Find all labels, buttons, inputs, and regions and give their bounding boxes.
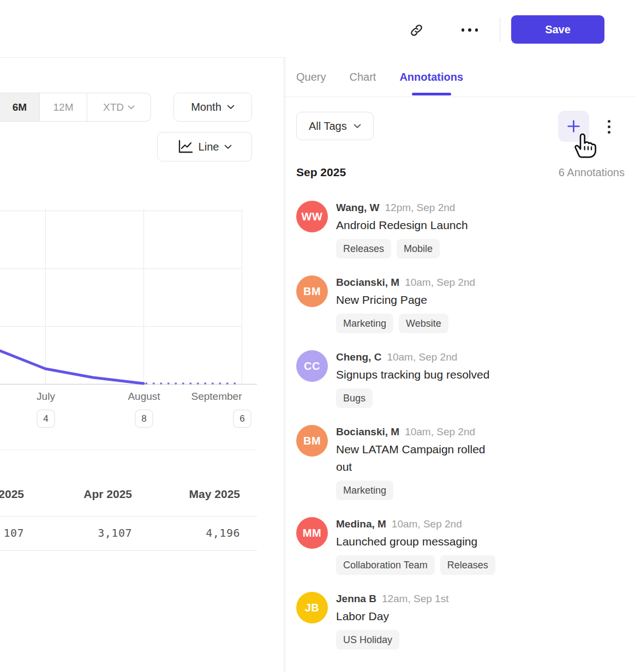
annotation-time: 12am, Sep 1st — [382, 592, 449, 605]
chart-series-observed — [0, 351, 143, 383]
annotation-title: Signups tracking bug resolved — [336, 366, 489, 383]
annotation-tags: US Holiday — [336, 630, 448, 650]
x-axis-label: September — [191, 391, 242, 403]
annotation-title: Launched group messaging — [336, 533, 495, 550]
annotation-item[interactable]: MMMedina, M10am, Sep 2ndLaunched group m… — [296, 517, 635, 575]
annotation-body: Wang, W12pm, Sep 2ndAndroid Redesign Lau… — [336, 201, 468, 259]
annotation-author: Cheng, C — [336, 351, 381, 364]
tag-pill: Releases — [336, 239, 391, 259]
annotation-count-badge[interactable]: 4 — [37, 410, 55, 428]
annotation-author: Bocianski, M — [336, 425, 399, 439]
table-cell-value: 107 — [0, 526, 24, 539]
annotation-body: Cheng, C10am, Sep 2ndSignups tracking bu… — [336, 350, 489, 408]
ellipsis-icon — [462, 28, 478, 32]
table-cell-value: 3,107 — [24, 526, 132, 539]
copy-link-button[interactable] — [403, 17, 429, 43]
annotation-count-badge[interactable]: 6 — [233, 410, 251, 428]
table-divider — [0, 516, 257, 517]
annotations-count: 6 Annotations — [559, 166, 625, 179]
granularity-dropdown[interactable]: Month — [173, 93, 252, 122]
annotation-tags: Bugs — [336, 388, 489, 408]
chart-type-label: Line — [199, 141, 219, 153]
annotation-title: Labor Day — [336, 608, 448, 625]
tab-chart[interactable]: Chart — [349, 57, 376, 97]
add-annotation-button[interactable] — [558, 111, 589, 142]
annotation-body: Jenna B12am, Sep 1stLabor DayUS Holiday — [336, 592, 448, 650]
annotation-author: Wang, W — [336, 201, 380, 214]
annotation-list: WWWang, W12pm, Sep 2ndAndroid Redesign L… — [296, 201, 635, 667]
annotation-body: Medina, M10am, Sep 2ndLaunched group mes… — [336, 517, 495, 575]
range-option-xtd[interactable]: XTD — [87, 93, 151, 121]
avatar: CC — [296, 350, 328, 382]
tag-filter-dropdown[interactable]: All Tags — [296, 112, 374, 140]
tag-pill: Releases — [440, 555, 495, 575]
chart-panel: 6M12MXTD Month Line JulyAugustSeptember4… — [0, 57, 284, 672]
range-option-12m[interactable]: 12M — [40, 93, 87, 121]
avatar: WW — [296, 201, 328, 232]
annotations-panel: QueryChartAnnotations All Tags Sep 2025 … — [285, 57, 635, 672]
tag-pill: Mobile — [397, 239, 440, 259]
kebab-icon — [608, 120, 610, 134]
annotation-time: 10am, Sep 2nd — [392, 518, 462, 531]
chevron-down-icon — [354, 124, 361, 129]
top-bar: Save — [0, 0, 635, 57]
annotation-title: Android Redesign Launch — [336, 217, 468, 234]
link-icon — [409, 23, 424, 38]
range-option-label: 6M — [13, 101, 27, 113]
line-chart-icon — [177, 140, 193, 154]
annotation-item[interactable]: CCCheng, C10am, Sep 2ndSignups tracking … — [296, 350, 635, 408]
table-column-header: May 2025 — [132, 488, 240, 501]
granularity-label: Month — [191, 101, 221, 113]
annotation-item[interactable]: WWWang, W12pm, Sep 2ndAndroid Redesign L… — [296, 201, 635, 259]
table-column-header: Apr 2025 — [24, 488, 132, 501]
plus-icon — [566, 119, 581, 134]
avatar: MM — [296, 517, 328, 549]
annotation-meta: Cheng, C10am, Sep 2nd — [336, 351, 489, 364]
annotation-count-badge[interactable]: 8 — [135, 410, 153, 428]
annotation-body: Bocianski, M10am, Sep 2ndNew LATAM Campa… — [336, 425, 502, 500]
table-divider — [0, 449, 257, 450]
annotation-item[interactable]: BMBocianski, M10am, Sep 2ndNew LATAM Cam… — [296, 425, 635, 500]
avatar: BM — [296, 275, 328, 307]
range-option-6m[interactable]: 6M — [0, 93, 40, 121]
annotation-tags: Collaboration TeamReleases — [336, 555, 495, 575]
tag-pill: Collaboration Team — [336, 555, 435, 575]
more-options-button[interactable] — [457, 18, 482, 42]
chevron-down-icon — [227, 105, 235, 110]
topbar-divider — [500, 17, 500, 42]
tab-annotations[interactable]: Annotations — [399, 57, 463, 97]
annotation-item[interactable]: BMBocianski, M10am, Sep 2ndNew Pricing P… — [296, 275, 635, 333]
tag-filter-label: All Tags — [309, 120, 347, 133]
table-cell-value: 4,196 — [132, 526, 240, 539]
range-option-label: 12M — [53, 101, 74, 113]
month-title: Sep 2025 — [296, 166, 346, 179]
tag-pill: Bugs — [336, 388, 373, 408]
chevron-down-icon — [128, 105, 135, 110]
line-chart: JulyAugustSeptember486 — [0, 208, 284, 437]
annotation-tags: Marketing — [336, 481, 502, 500]
avatar: BM — [296, 425, 328, 457]
annotations-menu-button[interactable] — [603, 114, 615, 139]
annotation-title: New Pricing Page — [336, 291, 475, 309]
save-button[interactable]: Save — [511, 15, 604, 44]
annotation-author: Jenna B — [336, 592, 376, 605]
tag-pill: Marketing — [336, 481, 393, 500]
chevron-down-icon — [224, 145, 232, 149]
table-divider — [0, 550, 257, 551]
tag-pill: Marketing — [336, 314, 393, 333]
tab-query[interactable]: Query — [296, 57, 326, 97]
annotation-item[interactable]: JBJenna B12am, Sep 1stLabor DayUS Holida… — [296, 592, 635, 650]
annotation-meta: Bocianski, M10am, Sep 2nd — [336, 425, 502, 439]
annotation-meta: Jenna B12am, Sep 1st — [336, 592, 448, 605]
x-axis-label: July — [37, 391, 55, 403]
panel-tabs: QueryChartAnnotations — [285, 57, 635, 97]
chart-type-dropdown[interactable]: Line — [157, 132, 252, 161]
annotation-time: 12pm, Sep 2nd — [385, 201, 456, 214]
annotation-time: 10am, Sep 2nd — [387, 351, 457, 364]
annotation-title: New LATAM Campaign rolled out — [336, 441, 502, 476]
annotation-meta: Medina, M10am, Sep 2nd — [336, 518, 495, 531]
annotation-tags: MarketingWebsite — [336, 314, 475, 333]
annotation-author: Bocianski, M — [336, 276, 399, 289]
annotation-tags: ReleasesMobile — [336, 239, 468, 259]
tag-pill: Website — [399, 314, 448, 333]
